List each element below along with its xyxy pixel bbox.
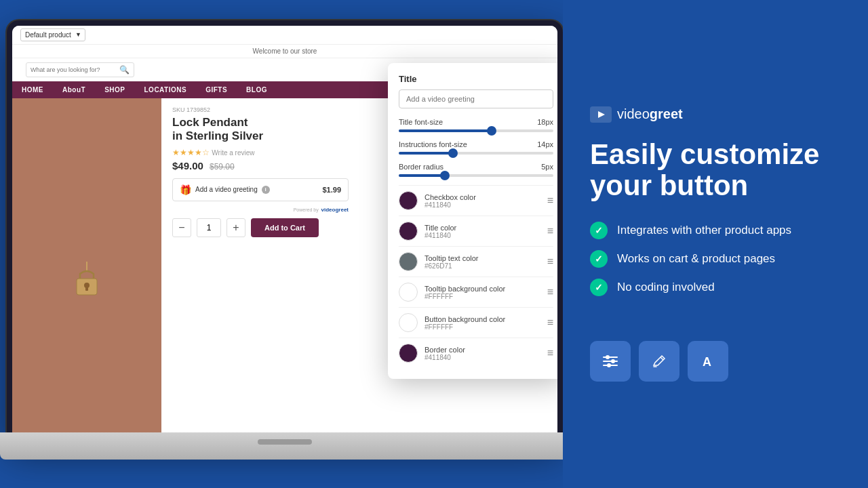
laptop-container: Default product ▼ Welcome to our store 🔍 xyxy=(0,14,570,474)
instructions-fontsize-label: Instructions font-size 14px xyxy=(399,140,553,148)
info-icon: i xyxy=(262,186,270,194)
check-mark-1: ✓ xyxy=(595,225,603,236)
svg-point-11 xyxy=(607,363,611,367)
title-fontsize-fill xyxy=(399,129,492,132)
qty-decrease-button[interactable]: − xyxy=(172,218,191,237)
feature-text-3: No coding involved xyxy=(617,281,715,294)
right-panel: videogreet Easily customize your button … xyxy=(563,0,868,488)
overlay-panel: Title Title font-size 18px xyxy=(388,63,557,379)
instructions-fontsize-track xyxy=(399,152,553,155)
instructions-fontsize-fill xyxy=(399,152,453,155)
qty-input[interactable] xyxy=(197,218,221,237)
icon-tile-sliders[interactable] xyxy=(590,341,631,382)
stack-icon-btn-bg: ≡ xyxy=(547,317,553,329)
qty-increase-button[interactable]: + xyxy=(226,218,245,237)
border-color-swatch[interactable] xyxy=(399,344,418,363)
svg-text:A: A xyxy=(703,355,711,369)
nav-shop[interactable]: SHOP xyxy=(95,81,134,98)
panel-title-input[interactable] xyxy=(399,89,553,108)
product-image-area xyxy=(12,98,161,439)
border-radius-slider-row: Border radius 5px xyxy=(399,163,553,177)
videogreet-brand-small: videogreet xyxy=(321,207,349,213)
laptop-screen-frame: Default product ▼ Welcome to our store 🔍 xyxy=(7,20,563,441)
feature-item-2: ✓ Works on cart & product pages xyxy=(590,250,841,268)
store-welcome-bar: Welcome to our store xyxy=(12,45,557,58)
price-original: $59.00 xyxy=(210,162,235,171)
color-rows: Checkbox color #411840 ≡ Title xyxy=(399,185,553,368)
dropdown-label: Default product xyxy=(25,31,71,39)
svg-point-7 xyxy=(606,355,610,359)
video-greeting-label: Add a video greeting xyxy=(195,186,258,193)
checkbox-color-swatch[interactable] xyxy=(399,191,418,210)
feature-item-3: ✓ No coding involved xyxy=(590,279,841,296)
brand-logo: videogreet xyxy=(590,106,841,123)
check-circle-3: ✓ xyxy=(590,279,608,296)
nav-home[interactable]: HOME xyxy=(12,81,53,98)
border-radius-thumb[interactable] xyxy=(440,171,450,180)
border-radius-fill xyxy=(399,174,445,177)
pendant-image xyxy=(66,258,107,312)
powered-by-label: Powered by videogreet xyxy=(172,207,349,213)
nav-gifts[interactable]: GIFTS xyxy=(196,81,237,98)
store-search[interactable]: 🔍 xyxy=(26,62,134,77)
add-to-cart-button[interactable]: Add to Cart xyxy=(251,218,319,237)
instructions-fontsize-thumb[interactable] xyxy=(448,148,458,158)
search-input[interactable] xyxy=(31,66,119,73)
laptop-screen: Default product ▼ Welcome to our store 🔍 xyxy=(12,26,557,441)
color-info-border: Border color #411840 xyxy=(399,344,465,363)
brand-light: video xyxy=(617,106,650,121)
btn-bg-color-swatch[interactable] xyxy=(399,313,418,332)
nav-about[interactable]: AbouT xyxy=(53,81,95,98)
color-row-checkbox: Checkbox color #411840 ≡ xyxy=(399,185,553,216)
price-current: $49.00 xyxy=(172,160,203,171)
color-info-tooltip-bg: Tooltip background color #FFFFFF xyxy=(399,283,505,302)
color-info-title: Title color #411840 xyxy=(399,222,456,241)
color-info-checkbox: Checkbox color #411840 xyxy=(399,191,476,210)
edit-icon xyxy=(650,352,669,371)
nav-locations[interactable]: LOCATIONS xyxy=(135,81,197,98)
feature-list: ✓ Integrates with other product apps ✓ W… xyxy=(590,222,841,307)
icon-tile-text[interactable]: A xyxy=(688,341,728,382)
icon-tile-edit[interactable] xyxy=(639,341,679,382)
stack-icon-tooltip-bg: ≡ xyxy=(547,286,553,298)
svg-rect-3 xyxy=(85,287,88,291)
panel-title: Title xyxy=(399,74,553,84)
vg-btn-left: 🎁 Add a video greeting i xyxy=(180,184,270,195)
check-mark-3: ✓ xyxy=(595,282,603,293)
stack-icon-checkbox: ≡ xyxy=(547,195,553,207)
color-info-btn-bg: Button background color #FFFFFF xyxy=(399,313,505,332)
text-icon: A xyxy=(698,352,717,371)
brand-bold: greet xyxy=(650,106,683,121)
stack-icon-border: ≡ xyxy=(547,347,553,359)
nav-blog[interactable]: BLOG xyxy=(237,81,277,98)
title-fontsize-thumb[interactable] xyxy=(487,126,496,136)
border-radius-label: Border radius 5px xyxy=(399,163,553,171)
product-title-line2: in Sterling Silver xyxy=(172,129,263,142)
color-info-tooltip-text: Tooltip text color #626D71 xyxy=(399,252,478,271)
color-row-tooltip-text: Tooltip text color #626D71 ≡ xyxy=(399,246,553,277)
color-row-btn-bg: Button background color #FFFFFF ≡ xyxy=(399,307,553,338)
gift-icon: 🎁 xyxy=(180,184,191,195)
color-row-title: Title color #411840 ≡ xyxy=(399,216,553,246)
tooltip-text-color-swatch[interactable] xyxy=(399,252,418,271)
store-top-bar: Default product ▼ xyxy=(12,26,557,45)
check-mark-2: ✓ xyxy=(595,253,603,264)
welcome-text: Welcome to our store xyxy=(253,47,317,55)
tooltip-bg-color-swatch[interactable] xyxy=(399,283,418,302)
store-dropdown[interactable]: Default product ▼ xyxy=(20,28,85,41)
heading-line1: Easily customize xyxy=(590,138,819,170)
review-link[interactable]: Write a review xyxy=(212,149,254,157)
feature-text-2: Works on cart & product pages xyxy=(617,252,775,266)
title-color-swatch[interactable] xyxy=(399,222,418,241)
title-fontsize-slider-row: Title font-size 18px xyxy=(399,118,553,132)
video-greeting-button[interactable]: 🎁 Add a video greeting i $1.99 xyxy=(172,178,349,201)
laptop-base xyxy=(0,432,570,460)
check-circle-1: ✓ xyxy=(590,222,608,239)
left-panel: Default product ▼ Welcome to our store 🔍 xyxy=(0,0,563,488)
svg-line-12 xyxy=(660,357,663,360)
bottom-icons: A xyxy=(590,341,841,382)
heading-line2: your button xyxy=(590,169,748,201)
search-icon: 🔍 xyxy=(119,65,130,75)
stack-icon-tooltip-text: ≡ xyxy=(547,256,553,268)
color-row-border: Border color #411840 ≡ xyxy=(399,338,553,368)
